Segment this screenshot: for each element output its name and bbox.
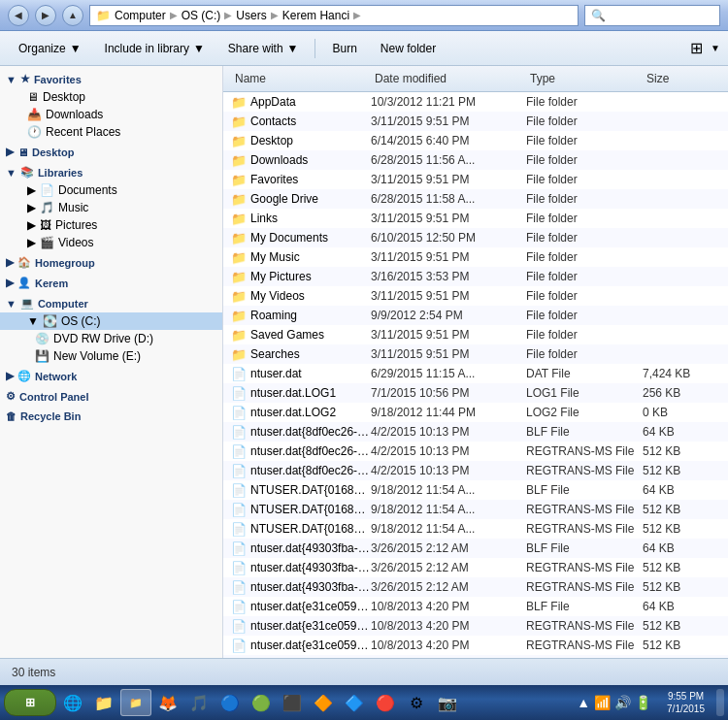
table-row[interactable]: 📄 ntuser.dat{49303fba-d384-11e4-bfed-84.… [223,577,728,597]
taskbar-icon-media[interactable]: 🎵 [184,689,214,716]
taskbar-active-window[interactable]: 📁 [120,689,151,716]
table-row[interactable]: 📁 My Pictures 3/16/2015 3:53 PM File fol… [223,267,728,286]
table-row[interactable]: 📄 ntuser.dat{49303fba-d384-11e4-bfed-84.… [223,539,728,558]
table-row[interactable]: 📁 AppData 10/3/2012 11:21 PM File folder [223,92,728,112]
sidebar-item-videos[interactable]: ▶ 🎬 Videos [0,234,222,251]
table-row[interactable]: 📄 ntuser.dat{e31ce059-306f-11e3-aef2-96b… [223,636,728,655]
network-header[interactable]: ▶ 🌐 Network [0,367,222,385]
forward-button[interactable]: ▶ [35,5,56,26]
table-row[interactable]: 📄 ntuser.dat{8df0ec26-d5b9-11e4-9849-84.… [223,422,728,442]
col-size[interactable]: Size [643,70,720,87]
sidebar-item-new-volume[interactable]: 💾 New Volume (E:) [0,347,222,365]
table-row[interactable]: 📁 Saved Games 3/11/2015 9:51 PM File fol… [223,325,728,344]
view-icon[interactable]: ⊞ [684,39,709,57]
table-row[interactable]: 📁 Roaming 9/9/2012 2:54 PM File folder [223,306,728,325]
taskbar-icon-green[interactable]: 🟢 [247,689,276,716]
homegroup-header[interactable]: ▶ 🏠 Homegroup [0,253,222,272]
tray-sound-icon[interactable]: 🔊 [614,695,631,710]
file-date-cell: 6/28/2015 11:56 A... [371,153,526,167]
desktop-header[interactable]: ▶ 🖥 Desktop [0,143,222,161]
taskbar-icon-folder[interactable]: 📁 [89,689,118,716]
recycle-bin-header[interactable]: 🗑 Recycle Bin [0,408,222,425]
sidebar-item-pictures[interactable]: ▶ 🖼 Pictures [0,216,222,234]
taskbar-icon-app3[interactable]: 🔴 [371,689,400,716]
sidebar-item-music[interactable]: ▶ 🎵 Music [0,199,222,216]
table-row[interactable]: 📄 NTUSER.DAT{016888bd-6c6f-11de-8d1d... … [223,500,728,519]
sidebar-item-documents[interactable]: ▶ 📄 Documents [0,181,222,199]
col-type[interactable]: Type [526,70,643,87]
table-row[interactable]: 📄 ntuser.dat 6/29/2015 11:15 A... DAT Fi… [223,364,728,383]
folder-icon: 📁 [231,231,247,245]
taskbar-icon-chrome[interactable]: 🔵 [215,689,245,716]
view-arrow-icon[interactable]: ▼ [711,43,720,53]
taskbar-icon-app1[interactable]: 🔶 [309,689,338,716]
file-name: ntuser.dat [250,367,302,380]
table-row[interactable]: 📁 Searches 3/11/2015 9:51 PM File folder [223,344,728,364]
address-path-user[interactable]: Kerem Hanci [282,9,349,22]
tray-power-icon[interactable]: 🔋 [635,695,651,710]
search-bar[interactable]: 🔍 [584,5,720,26]
back-button[interactable]: ◀ [8,5,29,26]
table-row[interactable]: 📁 Favorites 3/11/2015 9:51 PM File folde… [223,170,728,189]
sidebar-item-os-c[interactable]: ▼ 💽 OS (C:) [0,312,222,330]
table-row[interactable]: 📄 NTUSER.DAT{016888bd-6c6f-11de-8d1d... … [223,519,728,539]
table-row[interactable]: 📄 ntuser.dat{49303fba-d384-11e4-bfed-84.… [223,558,728,577]
table-row[interactable]: 📁 Downloads 6/28/2015 11:56 A... File fo… [223,150,728,170]
col-name[interactable]: Name [231,70,371,87]
sidebar-item-downloads[interactable]: 📥 Downloads [0,106,222,123]
table-row[interactable]: 📁 Links 3/11/2015 9:51 PM File folder [223,209,728,228]
kerem-header[interactable]: ▶ 👤 Kerem [0,274,222,292]
file-type-cell: REGTRANS-MS File [526,444,643,458]
table-row[interactable]: 📄 ntuser.dat{8df0ec26-d5b9-11e4-9849-84.… [223,442,728,461]
control-panel-header[interactable]: ⚙ Control Panel [0,387,222,406]
col-date-modified[interactable]: Date modified [371,70,526,87]
address-bar[interactable]: 📁 Computer ▶ OS (C:) ▶ Users ▶ Kerem Han… [89,5,579,26]
sidebar-item-recent-places[interactable]: 🕐 Recent Places [0,123,222,141]
folder-icon: 📁 [231,289,247,304]
start-button[interactable]: ⊞ [4,689,56,716]
tray-network-icon[interactable]: 📶 [594,695,611,710]
table-row[interactable]: 📁 Contacts 3/11/2015 9:51 PM File folder [223,112,728,131]
table-row[interactable]: 📁 My Music 3/11/2015 9:51 PM File folder [223,247,728,267]
share-with-button[interactable]: Share with ▼ [217,38,310,59]
favorites-header[interactable]: ▼ ★ Favorites [0,70,222,88]
address-path-osc[interactable]: OS (C:) [182,9,221,22]
new-volume-icon: 💾 [35,349,50,363]
table-row[interactable]: 📁 My Documents 6/10/2015 12:50 PM File f… [223,228,728,247]
taskbar-icon-app5[interactable]: 📷 [433,689,462,716]
address-path-computer[interactable]: Computer [115,9,166,22]
table-row[interactable]: 📄 ntuser.dat{e31ce059-306f-11e3-aef2-96b… [223,616,728,636]
new-folder-button[interactable]: New folder [370,38,447,59]
taskbar-icon-cmd[interactable]: ⬛ [278,689,307,716]
table-row[interactable]: 📄 NTUSER.DAT{016888bd-6c6f-11de-8d1d... … [223,480,728,500]
table-row[interactable]: 📁 My Videos 3/11/2015 9:51 PM File folde… [223,286,728,306]
table-row[interactable]: 📁 Google Drive 6/28/2015 11:58 A... File… [223,189,728,209]
organize-button[interactable]: Organize ▼ [8,38,92,59]
up-button[interactable]: ▲ [62,5,83,26]
include-library-button[interactable]: Include in library ▼ [94,38,215,59]
computer-header[interactable]: ▼ 💻 Computer [0,294,222,312]
organize-label: Organize [18,42,66,55]
address-path-users[interactable]: Users [236,9,266,22]
show-desktop-button[interactable] [716,689,724,716]
file-icon: 📄 [231,406,247,420]
taskbar-clock[interactable]: 9:55 PM 7/1/2015 [659,690,712,715]
file-list[interactable]: 📁 AppData 10/3/2012 11:21 PM File folder… [223,92,728,658]
taskbar-icon-app4[interactable]: ⚙ [402,689,431,716]
taskbar-icon-firefox[interactable]: 🦊 [153,689,182,716]
taskbar-icon-app2[interactable]: 🔷 [340,689,369,716]
table-row[interactable]: 📄 ntuser.dat.LOG2 9/18/2012 11:44 PM LOG… [223,403,728,422]
table-row[interactable]: 📄 ntuser.dat.LOG1 7/1/2015 10:56 PM LOG1… [223,383,728,403]
sidebar-item-dvd-rw[interactable]: 💿 DVD RW Drive (D:) [0,330,222,347]
kerem-section: ▶ 👤 Kerem [0,274,222,292]
table-row[interactable]: 📄 ntuser.dat{8df0ec26-d5b9-11e4-9849-84.… [223,461,728,480]
libraries-header[interactable]: ▼ 📚 Libraries [0,163,222,181]
burn-button[interactable]: Burn [321,38,367,59]
table-row[interactable]: 📁 Desktop 6/14/2015 6:40 PM File folder [223,131,728,150]
sidebar-item-desktop[interactable]: 🖥 Desktop [0,88,222,106]
tray-arrow-icon[interactable]: ▲ [577,695,590,710]
file-type-cell: REGTRANS-MS File [526,464,643,477]
taskbar-icon-ie[interactable]: 🌐 [58,689,87,716]
file-name: ntuser.dat{49303fba-d384-11e4-bfed-84... [250,541,371,555]
table-row[interactable]: 📄 ntuser.dat{e31ce059-306f-11e3-aef2-96b… [223,597,728,616]
